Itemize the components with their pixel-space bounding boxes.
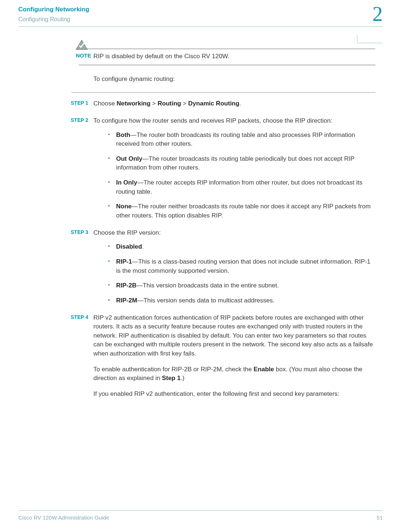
list-item: Both—The router both broadcasts its rout… [108,131,375,149]
note-text: RIP is disabled by default on the Cisco … [93,51,375,64]
header-subtitle: Configuring Routing [18,15,89,23]
bold-text: Both [116,131,130,138]
list-item: RIP-1—This is a class-based routing vers… [108,257,375,275]
text: .) [181,375,184,382]
list-item: Disabled. [108,242,375,252]
step-text: RIP v2 authentication forces authenticat… [93,313,375,358]
step-text: Choose the RIP version: [93,228,375,238]
step-4: STEP 4 RIP v2 authentication forces auth… [93,313,375,399]
bold-text: RIP-2B [116,282,137,289]
list-item: None—The router neither broadcasts its r… [108,202,375,220]
header-notch [357,35,383,43]
bold-text: Routing [157,100,181,107]
header-title: Configuring Networking [18,5,89,14]
svg-marker-1 [77,41,86,49]
bold-text: RIP-2M [116,297,137,304]
text: To enable authentication for RIP-2B or R… [93,366,254,373]
text: —The router accepts RIP information from… [116,179,362,195]
page-header: Configuring Networking Configuring Routi… [18,0,383,26]
page-number: 51 [376,514,383,522]
bold-text: In Only [116,179,137,186]
note-label: NOTE [76,52,91,60]
step-label: STEP 2 [71,116,88,124]
list-item: In Only—The router accepts RIP informati… [108,178,375,196]
text: . [142,243,144,250]
text: —This is a class-based routing version t… [116,258,371,274]
note-rule-bottom [79,65,375,65]
text: . [240,100,241,107]
text: > [181,100,188,107]
step-body: Choose Networking > Routing > Dynamic Ro… [93,99,375,108]
page-footer: Cisco RV 120W Administration Guide 51 [18,510,383,522]
text: —The router neither broadcasts its route… [116,203,371,219]
bold-text: Dynamic Routing [188,100,240,107]
bold-text: Disabled [116,243,142,250]
bold-text: Out Only [116,155,142,162]
list-item: Out Only—The router broadcasts its routi… [108,155,375,172]
step-label: STEP 3 [71,228,88,236]
steps-rule [71,92,375,93]
content-area: NOTE RIP is disabled by default on the C… [93,27,375,399]
note-checkmark-icon [76,40,88,53]
list-item: RIP-2M—This version sends data to multic… [108,296,375,305]
bold-text: None [116,203,132,210]
step-text: To configure how the router sends and re… [93,116,375,126]
text: Choose [93,100,116,107]
footer-title: Cisco RV 120W Administration Guide [18,514,109,522]
intro-text: To configure dynamic routing: [93,75,375,84]
step-label: STEP 4 [71,313,88,321]
text: —The router both broadcasts its routing … [116,131,355,148]
list-item: RIP-2B—This version broadcasts data in t… [108,281,375,290]
note-block: NOTE RIP is disabled by default on the C… [93,49,375,65]
step-label: STEP 1 [71,99,88,107]
step-3: STEP 3 Choose the RIP version: Disabled.… [93,228,375,305]
bold-text: Step 1 [162,375,181,382]
step-1: STEP 1 Choose Networking > Routing > Dyn… [93,99,375,108]
chapter-number: 2 [372,4,383,24]
paragraph: To enable authentication for RIP-2B or R… [93,365,375,383]
bold-text: Enable [254,366,274,373]
bold-text: Networking [116,100,151,107]
step-2: STEP 2 To configure how the router sends… [93,116,375,220]
text: —This version sends data to multicast ad… [137,297,275,304]
bold-text: RIP-1 [116,258,132,265]
note-rule-top [79,49,375,49]
text: —This version broadcasts data in the ent… [137,282,279,289]
paragraph: If you enabled RIP v2 authentication, en… [93,390,375,399]
text: > [151,100,157,107]
text: —The router broadcasts its routing table… [116,155,354,171]
